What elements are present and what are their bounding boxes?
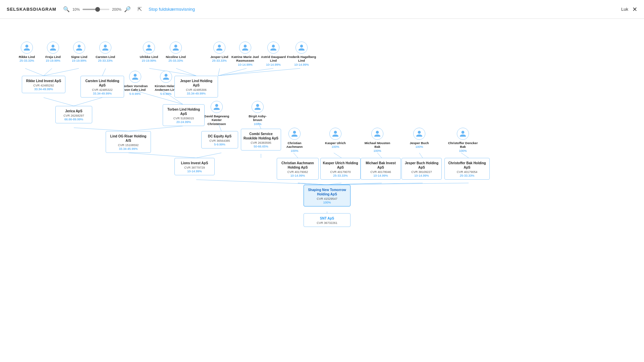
expand-icon[interactable]: ⇱ <box>138 6 142 12</box>
person-rikke-lind[interactable]: Rikke Lind 25-33.33% <box>13 42 40 62</box>
avatar <box>252 101 264 113</box>
avatar <box>371 128 383 140</box>
person-torben-vorndran[interactable]: Torben Vorndran von Cøln Lind 5-9.99% <box>121 71 149 96</box>
person-astrid-daugaard[interactable]: Astrid Daugaard Lind 10-14.99% <box>258 42 288 66</box>
company-combi-service[interactable]: Combi Service Roskilde Holding ApS CVR 2… <box>241 129 281 150</box>
person-pct: 100% <box>281 149 308 153</box>
luk-button[interactable]: Luk <box>621 7 628 12</box>
svg-line-15 <box>128 126 183 131</box>
avatar <box>99 42 111 54</box>
person-pct: 15-19.99% <box>136 59 162 62</box>
person-pct: 100% <box>322 145 349 148</box>
person-name: Carsten Lind <box>92 55 119 59</box>
company-rikke-lind-invest[interactable]: Rikke Lind Invest ApS CVR 42485292 33.34… <box>22 76 65 93</box>
avatar <box>288 128 301 140</box>
person-name: David Bøgevang Køster Christensen <box>203 114 230 126</box>
company-jesper-lind-holding[interactable]: Jesper Lind Holding ApS CVR 42485306 33.… <box>174 76 218 98</box>
person-name: Kasper Ulrich <box>322 141 349 145</box>
zoom-thumb[interactable] <box>95 7 100 12</box>
svg-line-8 <box>218 68 273 76</box>
zoom-min-label: 10% <box>72 7 80 11</box>
svg-line-10 <box>44 98 74 106</box>
person-kasper-ulrich[interactable]: Kasper Ulrich 100% <box>322 128 349 148</box>
person-name: Jesper Buch <box>406 141 433 145</box>
person-pct: 25-33.33% <box>206 59 233 62</box>
person-pct: 25-33.33% <box>92 59 119 62</box>
company-dc-equity[interactable]: DC Equity ApS CVR 36564385 5-9.99% <box>201 131 238 148</box>
person-name: Katrine Marie Juel Rasmussen <box>230 55 260 63</box>
person-carsten-lind[interactable]: Carsten Lind 25-33.33% <box>92 42 119 62</box>
person-name: Astrid Daugaard Lind <box>258 55 288 63</box>
svg-line-0 <box>25 68 44 76</box>
company-christoffer-bak-holding[interactable]: Christoffer Bak Holding ApS CVR 40179054… <box>444 158 490 180</box>
avatar <box>267 42 279 54</box>
person-pct: 15-19.99% <box>66 59 93 62</box>
person-michael-mousten[interactable]: Michael Mousten Bak 100% <box>364 128 391 153</box>
avatar <box>129 71 141 83</box>
person-nicoline-lind[interactable]: Nicoline Lind 25-33.33% <box>162 42 189 62</box>
company-carsten-lind-holding[interactable]: Carsten Lind Holding ApS CVR 42485322 33… <box>80 76 124 98</box>
person-christoffer-dencker[interactable]: Christoffer Dencker Bak 100% <box>448 128 478 153</box>
person-pct: 25-33.33% <box>13 59 40 62</box>
avatar <box>329 128 341 140</box>
person-jesper-buch[interactable]: Jesper Buch 100% <box>406 128 433 148</box>
person-frederik-hagelberg[interactable]: Frederik Hagelberg Lind 10-14.99% <box>286 42 317 66</box>
person-jesper-lind[interactable]: Jesper Lind 25-33.33% <box>206 42 233 62</box>
company-jerica[interactable]: Jerica ApS CVR 26268297 66.66-89.99% <box>55 106 92 123</box>
header: SELSKABSDIAGRAM 🔍 10% 200% 🔎 ⇱ Stop fuld… <box>0 0 644 19</box>
person-name: Frederik Hagelberg Lind <box>286 55 317 63</box>
avatar <box>296 42 308 54</box>
person-christian-aachmann[interactable]: Christian Aachmann 100% <box>281 128 308 153</box>
person-pct: 100% <box>244 122 271 126</box>
person-signe-lind[interactable]: Signe Lind 15-19.99% <box>66 42 93 62</box>
svg-line-1 <box>44 68 52 76</box>
person-david-bogevang[interactable]: David Bøgevang Køster Christensen <box>203 101 230 126</box>
zoom-out-icon[interactable]: 🔍 <box>63 6 70 12</box>
person-freja-lind[interactable]: Freja Lind 15-19.99% <box>40 42 66 62</box>
person-pct: 10-14.99% <box>286 63 317 66</box>
svg-line-26 <box>461 153 469 158</box>
avatar <box>47 42 59 54</box>
person-ulrikke-lind[interactable]: Ulrikke Lind 15-19.99% <box>136 42 162 62</box>
person-birgit-asby[interactable]: Birgit Asby-bruun 100% <box>244 101 271 126</box>
company-christian-aachmann-holding[interactable]: Christian Aachmann Holding ApS CVR 40179… <box>277 158 319 180</box>
person-katrine-marie[interactable]: Katrine Marie Juel Rasmussen 10-14.99% <box>230 42 260 66</box>
svg-line-6 <box>218 68 220 76</box>
company-lions-invest[interactable]: Lions Invest ApS CVR 38779729 10-14.99% <box>174 158 215 175</box>
diagram-title: SELSKABSDIAGRAM <box>7 7 56 12</box>
avatar <box>160 71 172 83</box>
person-name: Rikke Lind <box>13 55 40 59</box>
person-name: Jesper Lind <box>206 55 233 59</box>
svg-line-23 <box>334 153 341 158</box>
person-pct: 15-19.99% <box>40 59 66 62</box>
avatar <box>211 101 223 113</box>
svg-line-25 <box>419 153 423 158</box>
company-shaping-new-tomorrow[interactable]: Shaping New Tomorrow Holding ApS CVR 415… <box>304 185 351 206</box>
svg-line-18 <box>128 153 196 158</box>
avatar <box>213 42 225 54</box>
company-jesper-buch-holding[interactable]: Jesper Buch Holding ApS CVR 38109227 10-… <box>401 158 442 180</box>
company-kasper-ulrich-holding[interactable]: Kasper Ulrich Holding ApS CVR 40179070 2… <box>320 158 361 180</box>
zoom-slider[interactable] <box>83 9 109 10</box>
svg-line-3 <box>102 68 106 76</box>
zoom-in-icon[interactable]: 🔎 <box>124 6 131 12</box>
person-name: Birgit Asby-bruun <box>244 114 271 122</box>
svg-line-7 <box>218 68 247 76</box>
fullscreen-button[interactable]: Stop fuldskærmsvisning <box>149 7 195 12</box>
avatar <box>457 128 469 140</box>
avatar <box>73 42 85 54</box>
company-torben-lind-holding[interactable]: Torben Lind Holding ApS CVR 51836015 20-… <box>163 104 205 126</box>
header-right: Luk ✕ <box>621 6 637 13</box>
company-lind-og-risor[interactable]: Lind OG Risør Holding A/S CVR 15108592 3… <box>106 131 151 153</box>
person-pct: 25-33.33% <box>162 59 189 62</box>
company-snt-aps[interactable]: SNT ApS CVR 36732261 <box>304 213 351 227</box>
person-name: Christian Aachmann <box>281 141 308 149</box>
svg-line-19 <box>196 153 221 158</box>
svg-line-22 <box>293 153 298 158</box>
company-michael-bak-invest[interactable]: Michael Bak Invest ApS CVR 40178046 10-1… <box>361 158 401 180</box>
avatar <box>143 42 155 54</box>
avatar <box>239 42 251 54</box>
svg-line-2 <box>44 68 79 76</box>
close-icon[interactable]: ✕ <box>632 6 637 13</box>
person-pct: 100% <box>406 145 433 148</box>
